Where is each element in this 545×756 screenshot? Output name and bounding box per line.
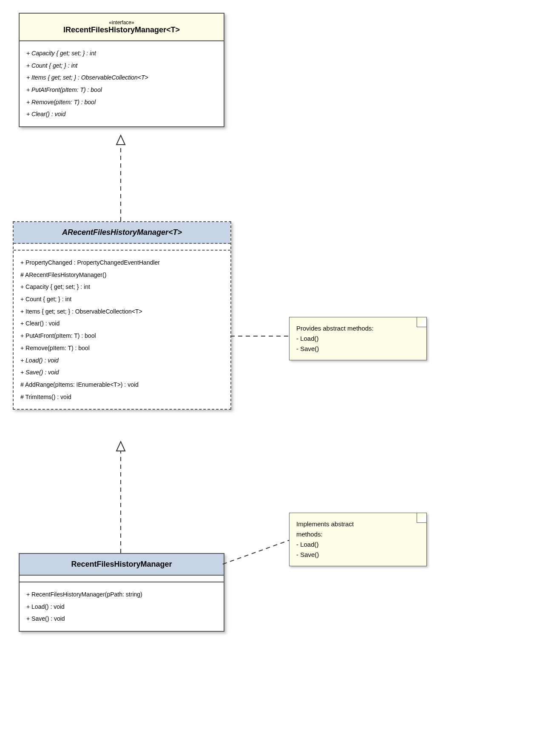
concrete-member: + Load() : void (26, 601, 217, 613)
interface-member: + Count { get; } : int (26, 60, 217, 72)
note-line: Provides abstract methods: (296, 323, 420, 334)
abstract-member: # AddRange(pItems: IEnumerable<T>) : voi… (20, 379, 224, 391)
interface-members: + Capacity { get; set; } : int + Count {… (20, 41, 224, 126)
abstract-member: + Save() : void (20, 366, 224, 379)
note-line: Implements abstract (296, 519, 420, 529)
abstract-members: + PropertyChanged : PropertyChangedEvent… (14, 251, 230, 409)
interface-title: IRecentFilesHistoryManager<T> (24, 26, 219, 34)
abstract-member: # TrimItems() : void (20, 391, 224, 403)
abstract-member: + Remove(pItem: T) : bool (20, 342, 224, 354)
note-line: - Load() (296, 334, 420, 344)
interface-member: + Capacity { get; set; } : int (26, 47, 217, 60)
note-line: - Save() (296, 344, 420, 354)
note-fold-icon (417, 317, 426, 327)
abstract-member: + Load() : void (20, 354, 224, 367)
abstract-empty-compartment (14, 244, 230, 251)
note-line: methods: (296, 529, 420, 539)
interface-header: «interface» IRecentFilesHistoryManager<T… (20, 14, 224, 41)
svg-marker-3 (116, 442, 125, 451)
interface-class-box: «interface» IRecentFilesHistoryManager<T… (19, 13, 224, 127)
note-fold-icon (417, 513, 426, 523)
abstract-header: ARecentFilesHistoryManager<T> (14, 222, 230, 244)
note-implements-methods: Implements abstract methods: - Load() - … (289, 513, 427, 566)
concrete-class-box: RecentFilesHistoryManager + RecentFilesH… (19, 553, 224, 632)
abstract-member: + Clear() : void (20, 317, 224, 330)
abstract-member: # ARecentFilesHistoryManager() (20, 269, 224, 281)
interface-member: + Clear() : void (26, 108, 217, 120)
abstract-member: + PropertyChanged : PropertyChangedEvent… (20, 257, 224, 269)
interface-member: + Remove(pItem: T) : bool (26, 96, 217, 108)
abstract-class-box: ARecentFilesHistoryManager<T> + Property… (13, 221, 231, 410)
abstract-member: + Count { get; } : int (20, 293, 224, 305)
interface-stereotype: «interface» (24, 20, 219, 26)
svg-line-5 (223, 540, 289, 564)
concrete-title: RecentFilesHistoryManager (24, 560, 219, 569)
note-line: - Save() (296, 550, 420, 560)
abstract-member: + Items { get; set; } : ObservableCollec… (20, 305, 224, 318)
interface-member: + Items { get; set; } : ObservableCollec… (26, 71, 217, 84)
note-abstract-methods: Provides abstract methods: - Load() - Sa… (289, 317, 427, 360)
abstract-member: + PutAtFront(pItem: T) : bool (20, 330, 224, 342)
uml-class-diagram: «interface» IRecentFilesHistoryManager<T… (13, 13, 531, 745)
concrete-members: + RecentFilesHistoryManager(pPath: strin… (20, 582, 224, 631)
abstract-member: + Capacity { get; set; } : int (20, 281, 224, 293)
interface-member: + PutAtFront(pItem: T) : bool (26, 84, 217, 96)
svg-marker-1 (116, 135, 125, 145)
concrete-header: RecentFilesHistoryManager (20, 554, 224, 576)
note-line: - Load() (296, 539, 420, 550)
concrete-member: + Save() : void (26, 613, 217, 625)
concrete-empty-compartment (20, 576, 224, 582)
concrete-member: + RecentFilesHistoryManager(pPath: strin… (26, 588, 217, 601)
abstract-title: ARecentFilesHistoryManager<T> (18, 228, 226, 237)
